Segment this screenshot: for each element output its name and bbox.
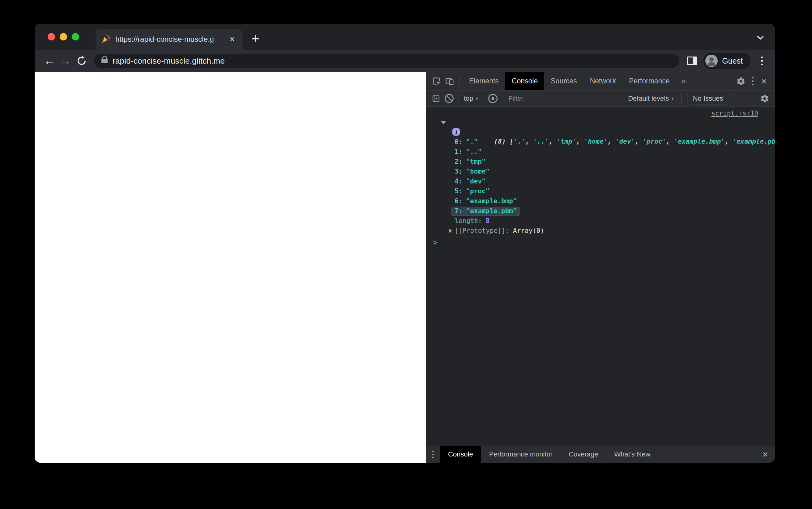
profile-chip[interactable]: Guest — [703, 53, 751, 69]
array-item-row[interactable]: 5:"proc" — [426, 186, 775, 196]
drawer-tab-coverage[interactable]: Coverage — [561, 446, 606, 463]
forward-icon[interactable]: → — [58, 53, 73, 69]
tab-network[interactable]: Network — [584, 72, 622, 90]
maximize-window-button[interactable] — [72, 33, 79, 40]
address-bar[interactable]: rapid-concise-muscle.glitch.me — [94, 54, 679, 68]
drawer-tab-whats-new[interactable]: What's New — [606, 446, 659, 463]
tab-title-fade — [209, 34, 225, 44]
prototype-row[interactable]: [[Prototype]]:Array(0) — [426, 226, 775, 236]
new-tab-button[interactable]: + — [247, 31, 264, 48]
tab-title-wrap: https://rapid-concise-muscle.g — [115, 34, 225, 44]
length-row[interactable]: length:8 — [426, 216, 775, 226]
inspect-element-icon[interactable] — [430, 75, 443, 88]
tab-console[interactable]: Console — [505, 72, 544, 90]
lock-icon[interactable] — [101, 59, 107, 63]
live-expression-eye-icon[interactable] — [487, 92, 499, 105]
devtools-menu-icon[interactable] — [747, 77, 758, 85]
devtools-tabbar: Elements Console Sources Network Perform… — [426, 72, 775, 91]
chevron-down-icon: ▾ — [671, 96, 674, 101]
tab-close-icon[interactable]: × — [227, 34, 238, 44]
drawer-tab-performance-monitor[interactable]: Performance monitor — [481, 446, 561, 463]
browser-toolbar: ← → rapid-concise-muscle.glitch.me — [35, 50, 775, 72]
divider — [459, 93, 459, 104]
chevron-down-icon: ▾ — [476, 96, 478, 101]
divider — [681, 93, 682, 104]
more-tabs-icon[interactable]: » — [676, 76, 691, 86]
tab-elements[interactable]: Elements — [463, 72, 505, 90]
tab-strip: https://rapid-concise-muscle.g × + — [35, 24, 775, 50]
reload-icon[interactable] — [73, 53, 90, 69]
side-panel-icon[interactable] — [685, 54, 699, 68]
party-popper-favicon-icon — [100, 34, 111, 44]
devtools-close-icon[interactable]: × — [758, 76, 770, 86]
profile-label: Guest — [722, 57, 743, 66]
avatar — [705, 55, 718, 67]
browser-menu-icon[interactable] — [756, 57, 768, 66]
expander-collapse-icon[interactable] — [441, 121, 446, 125]
tab-sources[interactable]: Sources — [544, 72, 583, 90]
drawer-tab-console[interactable]: Console — [440, 446, 481, 463]
tab-search-chevron-icon[interactable] — [755, 32, 766, 43]
no-issues-button[interactable]: No Issues — [687, 93, 729, 104]
clear-console-icon[interactable] — [442, 92, 456, 105]
devtools-panel: Elements Console Sources Network Perform… — [426, 72, 775, 463]
expander-expand-icon[interactable] — [449, 228, 452, 233]
close-window-button[interactable] — [48, 33, 55, 40]
minimize-window-button[interactable] — [60, 33, 67, 40]
context-selector[interactable]: top ▾ — [464, 95, 478, 103]
divider — [459, 76, 460, 87]
console-prompt[interactable]: > — [426, 237, 775, 248]
back-icon[interactable]: ← — [41, 53, 58, 69]
source-link[interactable]: script.js:10 — [711, 110, 758, 117]
devtools-drawer: Console Performance monitor Coverage Wha… — [426, 446, 775, 463]
desktop-background: https://rapid-concise-muscle.g × + ← → — [0, 0, 812, 509]
filter-input[interactable] — [504, 93, 621, 104]
drawer-menu-icon[interactable] — [426, 451, 440, 459]
array-item-row[interactable]: 2:"tmp" — [426, 157, 775, 167]
traffic-lights — [48, 33, 79, 40]
drawer-close-icon[interactable]: × — [755, 449, 775, 459]
log-levels-dropdown[interactable]: Default levels ▾ — [628, 95, 674, 103]
device-toolbar-icon[interactable] — [443, 75, 456, 88]
browser-window: https://rapid-concise-muscle.g × + ← → — [35, 24, 775, 463]
console-toolbar: top ▾ Default levels ▾ No Issues — [426, 91, 775, 107]
browser-tab[interactable]: https://rapid-concise-muscle.g × — [96, 29, 243, 50]
window-content: Elements Console Sources Network Perform… — [35, 72, 775, 463]
prompt-chevron-icon: > — [433, 238, 438, 246]
array-item-row[interactable]: 6:"example.bmp" — [426, 196, 775, 206]
console-sidebar-icon[interactable] — [430, 92, 442, 105]
array-preview[interactable]: (8) ['.', '..', 'tmp', 'home', 'dev', 'p… — [426, 118, 775, 127]
array-item-row[interactable]: 4:"dev" — [426, 176, 775, 186]
tab-title: https://rapid-concise-muscle.g — [115, 35, 214, 43]
console-settings-gear-icon[interactable] — [758, 92, 771, 105]
page-content[interactable] — [35, 72, 426, 463]
array-item-row[interactable]: 3:"home" — [426, 167, 775, 176]
console-output[interactable]: script.js:10 (8) ['.', '..', 'tmp', 'hom… — [426, 107, 775, 446]
array-item-row-highlighted[interactable]: 7:"example.pbm" — [426, 206, 775, 216]
tab-performance[interactable]: Performance — [622, 72, 676, 90]
url-text: rapid-concise-muscle.glitch.me — [113, 56, 225, 66]
settings-gear-icon[interactable] — [735, 75, 747, 88]
